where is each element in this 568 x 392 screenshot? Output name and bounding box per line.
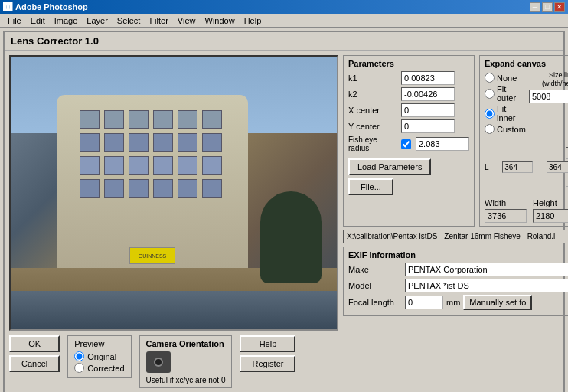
size-limit-input[interactable] <box>529 90 568 103</box>
maximize-button[interactable]: □ <box>542 2 553 12</box>
camera-title: Camera Orientation <box>146 339 226 348</box>
building-sign: GUINNESS <box>129 247 175 264</box>
window <box>129 133 149 152</box>
lr-row: L R <box>485 161 568 173</box>
corrected-radio[interactable] <box>74 363 84 373</box>
right-panel: Parameters k1 k2 X center Y center <box>343 55 568 384</box>
fit-inner-radio[interactable] <box>485 109 495 119</box>
file-button[interactable]: File... <box>348 178 393 195</box>
plugin-body: GUINNESS OK Cancel Preview <box>5 51 563 389</box>
width-input[interactable] <box>485 209 527 223</box>
corrected-radio-row: Corrected <box>74 363 124 373</box>
width-label: Width <box>485 198 527 207</box>
top-sections: Parameters k1 k2 X center Y center <box>343 55 568 227</box>
ycenter-label: Y center <box>348 122 398 131</box>
bottom-controls: OK Cancel Preview Original Corrected <box>9 335 338 388</box>
window <box>80 179 100 198</box>
height-input[interactable] <box>533 209 568 223</box>
custom-label: Custom <box>497 125 526 134</box>
help-button[interactable]: Help <box>240 335 295 352</box>
top-label: top <box>485 139 568 147</box>
window <box>80 133 100 152</box>
window <box>202 179 222 198</box>
size-limit-group: Size limit (width/height) <box>529 71 568 136</box>
title-bar: 🅰 Adobe Photoshop ─ □ ✕ <box>0 0 568 14</box>
window <box>153 110 173 129</box>
fit-inner-option: Fit inner <box>485 104 526 122</box>
focal-label: Focal length <box>348 298 402 307</box>
none-radio[interactable] <box>485 73 495 83</box>
title-bar-left: 🅰 Adobe Photoshop <box>3 2 88 12</box>
preview-group: Preview Original Corrected <box>67 335 131 378</box>
manually-set-button[interactable]: Manually set fo <box>463 295 532 310</box>
ok-button[interactable]: OK <box>9 335 60 352</box>
menu-image[interactable]: Image <box>50 15 83 26</box>
menu-edit[interactable]: Edit <box>26 15 50 26</box>
k1-row: k1 <box>348 71 469 85</box>
model-value: PENTAX *ist DS <box>405 279 568 292</box>
menu-select[interactable]: Select <box>113 15 145 26</box>
window <box>129 156 149 175</box>
register-button[interactable]: Register <box>240 355 295 372</box>
k1-label: k1 <box>348 74 398 83</box>
plugin-window: Lens Corrector 1.0 <box>3 31 565 392</box>
fit-outer-option: Fit outer <box>485 84 526 103</box>
original-radio[interactable] <box>74 351 84 361</box>
minimize-button[interactable]: ─ <box>530 2 540 12</box>
menu-filter[interactable]: Filter <box>145 15 172 26</box>
window <box>104 133 124 152</box>
fisheye-input[interactable] <box>416 137 469 151</box>
filepath-text: X:\calibration\Pentax istDS - Zenitar 16… <box>347 232 555 240</box>
fit-inner-label: Fit inner <box>497 104 526 122</box>
menu-bar: File Edit Image Layer Select Filter View… <box>0 14 568 28</box>
k2-input[interactable] <box>401 87 455 101</box>
close-button[interactable]: ✕ <box>554 2 565 12</box>
focal-unit: mm <box>446 298 460 307</box>
preview-title: Preview <box>74 339 124 348</box>
custom-radio[interactable] <box>485 124 495 134</box>
model-label: Model <box>348 281 402 290</box>
menu-file[interactable]: File <box>3 15 26 26</box>
focal-input-group: mm Manually set fo <box>405 295 532 310</box>
window <box>80 156 100 175</box>
fisheye-checkbox[interactable] <box>401 139 411 149</box>
building-windows <box>80 110 222 198</box>
k1-input[interactable] <box>401 71 455 85</box>
window <box>129 110 149 129</box>
plugin-title: Lens Corrector 1.0 <box>5 32 563 51</box>
window <box>202 156 222 175</box>
filepath-bar: X:\calibration\Pentax istDS - Zenitar 16… <box>343 230 568 243</box>
window <box>178 179 197 198</box>
xcenter-row: X center <box>348 103 469 117</box>
window <box>202 133 222 152</box>
params-buttons: Load Parameters <box>348 155 469 175</box>
image-preview: GUINNESS <box>9 55 338 331</box>
preview-image: GUINNESS <box>11 57 337 329</box>
right-input[interactable] <box>547 161 568 173</box>
load-parameters-button[interactable]: Load Parameters <box>348 158 431 175</box>
menu-window[interactable]: Window <box>201 15 240 26</box>
window <box>129 179 149 198</box>
make-row: Make PENTAX Corporation <box>348 263 568 276</box>
size-limit-title: Size limit (width/height) <box>529 71 568 88</box>
ycenter-input[interactable] <box>401 119 455 133</box>
menu-help[interactable]: Help <box>240 15 266 26</box>
ok-cancel-group: OK Cancel <box>9 335 60 372</box>
cancel-button[interactable]: Cancel <box>9 355 60 372</box>
window <box>104 179 124 198</box>
window <box>104 110 124 129</box>
left-input[interactable] <box>502 161 533 173</box>
left-label: L <box>485 163 489 172</box>
xcenter-input[interactable] <box>401 103 455 117</box>
window <box>178 110 197 129</box>
fit-outer-radio[interactable] <box>485 89 495 99</box>
window <box>178 156 197 175</box>
menu-layer[interactable]: Layer <box>82 15 113 26</box>
parameters-title: Parameters <box>348 59 469 68</box>
focal-input[interactable] <box>405 296 443 309</box>
custom-option: Custom <box>485 124 526 134</box>
ycenter-row: Y center <box>348 119 469 133</box>
parameters-section: Parameters k1 k2 X center Y center <box>343 55 475 227</box>
window <box>153 133 173 152</box>
menu-view[interactable]: View <box>173 15 201 26</box>
